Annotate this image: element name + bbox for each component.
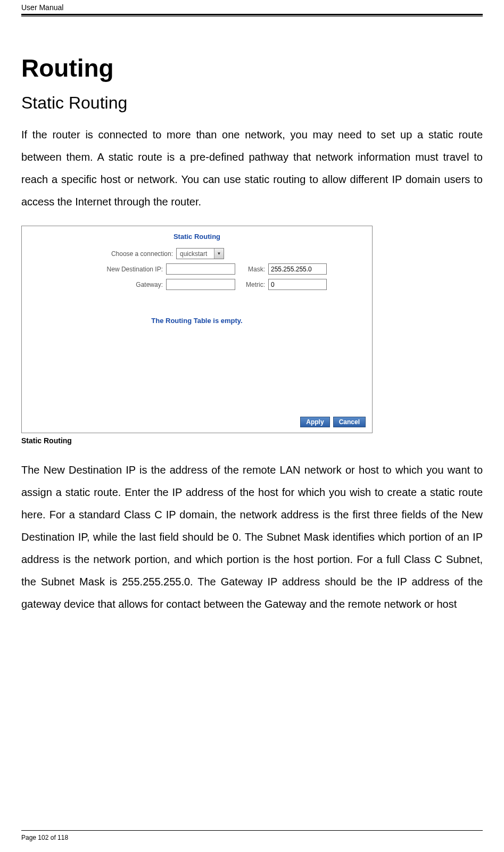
chevron-down-icon[interactable]: ▼ xyxy=(214,249,224,259)
label-mask: Mask: xyxy=(238,266,265,273)
row-choose-connection: Choose a connection: quickstart ▼ xyxy=(22,248,372,259)
label-gateway: Gateway: xyxy=(67,281,163,288)
page-footer: Page 102 of 118 xyxy=(21,830,483,841)
footer-rule xyxy=(21,830,483,831)
select-connection-value: quickstart xyxy=(177,250,214,258)
screenshot-title: Static Routing xyxy=(22,226,372,248)
header-rule xyxy=(21,14,483,16)
input-mask[interactable] xyxy=(268,263,327,275)
heading-routing: Routing xyxy=(21,54,483,82)
cancel-button[interactable]: Cancel xyxy=(333,417,366,427)
row-destination-ip: New Destination IP: Mask: xyxy=(22,263,372,275)
select-connection[interactable]: quickstart ▼ xyxy=(176,248,224,259)
label-new-dest-ip: New Destination IP: xyxy=(67,266,163,273)
row-gateway: Gateway: Metric: xyxy=(22,279,372,290)
label-metric: Metric: xyxy=(238,281,265,288)
static-routing-screenshot: Static Routing Choose a connection: quic… xyxy=(21,226,373,433)
page-number: Page 102 of 118 xyxy=(21,834,483,841)
description-paragraph: The New Destination IP is the address of… xyxy=(21,459,483,615)
routing-table-empty-message: The Routing Table is empty. xyxy=(22,317,372,325)
button-bar: Apply Cancel xyxy=(300,417,366,427)
apply-button[interactable]: Apply xyxy=(300,417,329,427)
label-choose-connection: Choose a connection: xyxy=(77,250,173,258)
page-header: User Manual xyxy=(21,0,483,14)
figure-caption: Static Routing xyxy=(21,436,483,445)
input-new-dest-ip[interactable] xyxy=(166,263,235,275)
input-gateway[interactable] xyxy=(166,279,235,290)
intro-paragraph: If the router is connected to more than … xyxy=(21,123,483,213)
heading-static-routing: Static Routing xyxy=(21,93,483,113)
input-metric[interactable] xyxy=(268,279,327,290)
